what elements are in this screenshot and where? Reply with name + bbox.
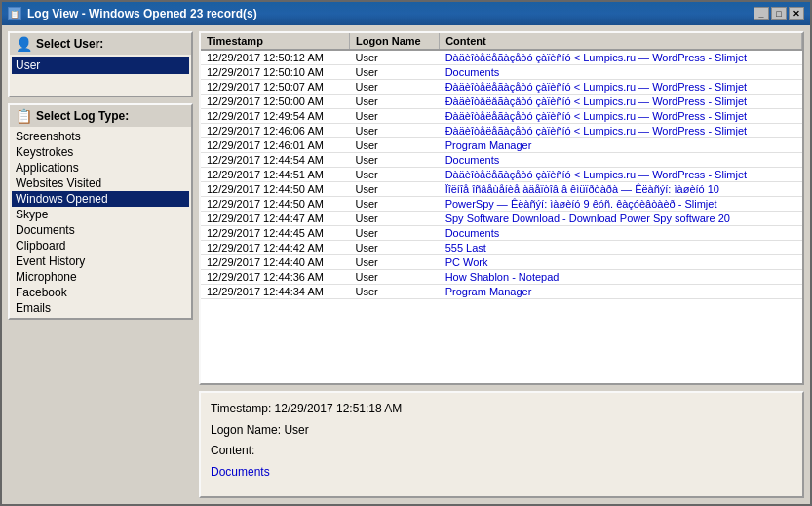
detail-logon-label: Logon Name: (211, 423, 284, 437)
table-row[interactable]: 12/29/2017 12:44:54 AMUserDocuments (201, 153, 802, 168)
table-row[interactable]: 12/29/2017 12:44:45 AMUserDocuments (201, 226, 802, 241)
select-user-section: 👤 Select User: User (8, 31, 193, 97)
table-row[interactable]: 12/29/2017 12:44:50 AMUserÏîëíîå îñâåùåí… (201, 182, 802, 197)
table-row[interactable]: 12/29/2017 12:46:06 AMUserÐàäèîòåëåãàçåò… (201, 124, 802, 138)
select-user-header: 👤 Select User: (10, 33, 191, 55)
cell-content: Ðàäèîòåëåãàçåòó çàïèñíó < Lumpics.ru — W… (440, 168, 802, 182)
table-row[interactable]: 12/29/2017 12:44:34 AMUserProgram Manage… (201, 285, 802, 299)
user-item-empty (12, 74, 189, 94)
table-row[interactable]: 12/29/2017 12:50:00 AMUserÐàäèîòåëåãàçåò… (201, 95, 802, 109)
maximize-button[interactable]: □ (771, 7, 787, 20)
cell-timestamp: 12/29/2017 12:44:47 AM (201, 212, 350, 226)
table-row[interactable]: 12/29/2017 12:44:51 AMUserÐàäèîòåëåãàçåò… (201, 168, 802, 182)
table-header-row: Timestamp Logon Name Content (201, 33, 802, 50)
col-logon: Logon Name (350, 33, 440, 50)
cell-logon: User (350, 65, 440, 80)
cell-content: Documents (440, 153, 802, 168)
log-type-item-websites-visited[interactable]: Websites Visited (12, 175, 189, 191)
log-type-item-applications[interactable]: Applications (12, 160, 189, 175)
cell-logon: User (350, 138, 440, 153)
table-row[interactable]: 12/29/2017 12:50:10 AMUserDocuments (201, 65, 802, 80)
table-wrapper[interactable]: Timestamp Logon Name Content 12/29/2017 … (201, 33, 802, 383)
window-icon: 📋 (8, 7, 21, 20)
cell-content: Ðàäèîòåëåãàçåòó çàïèñíó < Lumpics.ru — W… (440, 109, 802, 124)
content-area: 👤 Select User: User 📋 Select Log Type: S… (2, 25, 810, 504)
table-row[interactable]: 12/29/2017 12:44:36 AMUserHow Shablon - … (201, 270, 802, 285)
table-row[interactable]: 12/29/2017 12:50:07 AMUserÐàäèîòåëåãàçåò… (201, 80, 802, 95)
table-row[interactable]: 12/29/2017 12:50:12 AMUserÐàäèîòåëåãàçåò… (201, 50, 802, 65)
detail-logon-row: Logon Name: User (211, 420, 793, 442)
log-type-item-facebook[interactable]: Facebook (12, 285, 189, 300)
cell-content: Program Manager (440, 138, 802, 153)
table-row[interactable]: 12/29/2017 12:44:42 AMUser555 Last (201, 241, 802, 255)
cell-timestamp: 12/29/2017 12:46:06 AM (201, 124, 350, 138)
right-panel: Timestamp Logon Name Content 12/29/2017 … (199, 31, 804, 498)
title-bar-buttons: _ □ ✕ (754, 7, 804, 20)
log-type-item-windows-opened[interactable]: Windows Opened (12, 191, 189, 207)
log-type-item-screenshots[interactable]: Screenshots (12, 129, 189, 144)
cell-timestamp: 12/29/2017 12:50:12 AM (201, 50, 350, 65)
user-list: User (10, 55, 191, 96)
close-button[interactable]: ✕ (789, 7, 804, 20)
main-window: 📋 Log View - Windows Opened 23 record(s)… (0, 0, 812, 506)
user-icon: 👤 (16, 36, 32, 52)
cell-logon: User (350, 255, 440, 270)
log-type-item-event-history[interactable]: Event History (12, 253, 189, 269)
cell-content: Program Manager (440, 285, 802, 299)
cell-content: PC Work (440, 255, 802, 270)
table-row[interactable]: 12/29/2017 12:49:54 AMUserÐàäèîòåëåãàçåò… (201, 109, 802, 124)
cell-logon: User (350, 80, 440, 95)
cell-logon: User (350, 95, 440, 109)
log-table: Timestamp Logon Name Content 12/29/2017 … (201, 33, 802, 299)
log-type-item-keystrokes[interactable]: Keystrokes (12, 144, 189, 160)
log-type-item-clipboard[interactable]: Clipboard (12, 238, 189, 253)
table-row[interactable]: 12/29/2017 12:44:47 AMUserSpy Software D… (201, 212, 802, 226)
detail-content-label: Content: (211, 441, 793, 462)
log-type-item-documents[interactable]: Documents (12, 222, 189, 238)
table-body: 12/29/2017 12:50:12 AMUserÐàäèîòåëåãàçåò… (201, 50, 802, 299)
log-type-item-microphone[interactable]: Microphone (12, 269, 189, 285)
select-log-header: 📋 Select Log Type: (10, 105, 191, 127)
cell-content: Documents (440, 226, 802, 241)
cell-content: Ðàäèîòåëåãàçåòó çàïèñíó < Lumpics.ru — W… (440, 50, 802, 65)
cell-logon: User (350, 182, 440, 197)
cell-logon: User (350, 197, 440, 212)
select-log-label: Select Log Type: (36, 109, 129, 123)
minimize-button[interactable]: _ (754, 7, 769, 20)
detail-timestamp-value: 12/29/2017 12:51:18 AM (275, 402, 403, 415)
log-type-list: ScreenshotsKeystrokesApplicationsWebsite… (10, 127, 191, 318)
detail-timestamp-row: Timestamp: 12/29/2017 12:51:18 AM (211, 399, 793, 420)
detail-content-value: Documents (211, 462, 793, 484)
cell-logon: User (350, 109, 440, 124)
cell-content: How Shablon - Notepad (440, 270, 802, 285)
cell-logon: User (350, 285, 440, 299)
cell-logon: User (350, 124, 440, 138)
cell-logon: User (350, 241, 440, 255)
col-content: Content (440, 33, 802, 50)
table-row[interactable]: 12/29/2017 12:46:01 AMUserProgram Manage… (201, 138, 802, 153)
cell-logon: User (350, 212, 440, 226)
cell-timestamp: 12/29/2017 12:44:50 AM (201, 197, 350, 212)
cell-timestamp: 12/29/2017 12:44:54 AM (201, 153, 350, 168)
col-timestamp: Timestamp (201, 33, 350, 50)
cell-timestamp: 12/29/2017 12:46:01 AM (201, 138, 350, 153)
table-row[interactable]: 12/29/2017 12:44:50 AMUserPowerSpy — Êëà… (201, 197, 802, 212)
cell-content: 555 Last (440, 241, 802, 255)
cell-logon: User (350, 153, 440, 168)
window-title: Log View - Windows Opened 23 record(s) (27, 7, 748, 20)
cell-timestamp: 12/29/2017 12:44:40 AM (201, 255, 350, 270)
log-type-item-emails[interactable]: Emails (12, 300, 189, 316)
cell-timestamp: 12/29/2017 12:50:10 AM (201, 65, 350, 80)
cell-timestamp: 12/29/2017 12:44:50 AM (201, 182, 350, 197)
user-item-selected[interactable]: User (12, 57, 189, 74)
table-row[interactable]: 12/29/2017 12:44:40 AMUserPC Work (201, 255, 802, 270)
select-log-type-section: 📋 Select Log Type: ScreenshotsKeystrokes… (8, 103, 193, 320)
detail-panel: Timestamp: 12/29/2017 12:51:18 AM Logon … (199, 391, 804, 498)
table-container: Timestamp Logon Name Content 12/29/2017 … (199, 31, 804, 385)
cell-content: Ïîëíîå îñâåùåíèå àäåïòîâ â êìüïðòàðà — Ê… (440, 182, 802, 197)
cell-timestamp: 12/29/2017 12:49:54 AM (201, 109, 350, 124)
cell-timestamp: 12/29/2017 12:44:36 AM (201, 270, 350, 285)
cell-content: PowerSpy — Êëàñýí: ìàøèíó 9 êóñ. êàçóèâò… (440, 197, 802, 212)
cell-timestamp: 12/29/2017 12:44:34 AM (201, 285, 350, 299)
log-type-item-skype[interactable]: Skype (12, 207, 189, 222)
